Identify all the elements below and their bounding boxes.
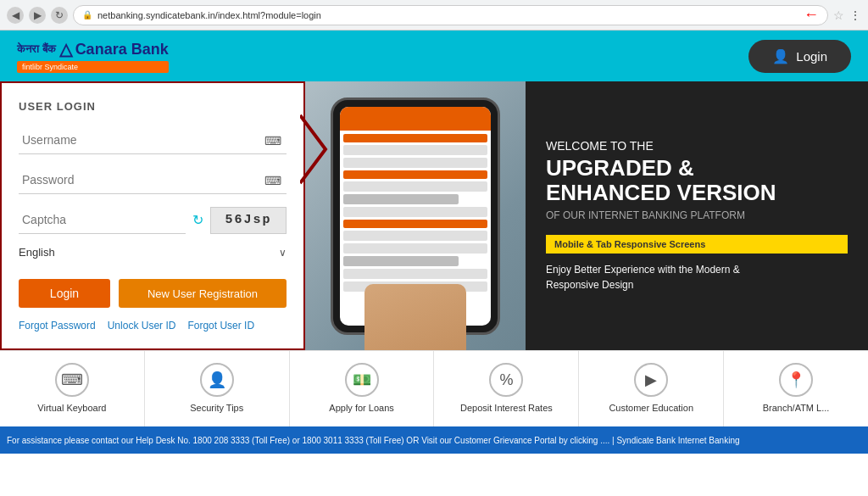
- bottom-item-deposit-rates[interactable]: % Deposit Interest Rates: [434, 351, 579, 426]
- person-icon: 👤: [772, 48, 789, 64]
- syndicate-badge: fintlibr Syndicate: [17, 61, 169, 73]
- main-header: केनरा बैंक △ Canara Bank fintlibr Syndic…: [0, 31, 868, 81]
- back-button[interactable]: ◀: [7, 7, 24, 24]
- login-button[interactable]: Login: [19, 279, 110, 308]
- hero-badge: Mobile & Tab Responsive Screens: [546, 235, 848, 254]
- language-text: English: [19, 246, 55, 259]
- browser-chrome: ◀ ▶ ↻ 🔒 netbanking.syndicatebank.in/inde…: [0, 0, 868, 31]
- username-input[interactable]: [19, 126, 287, 154]
- apply-loans-label: Apply for Loans: [329, 402, 393, 414]
- password-input[interactable]: [19, 166, 287, 194]
- forgot-user-link[interactable]: Forgot User ID: [187, 320, 254, 332]
- bottom-item-apply-loans[interactable]: 💵 Apply for Loans: [290, 351, 435, 426]
- reload-button[interactable]: ↻: [51, 7, 68, 24]
- arrow-indicator-url: ←: [804, 6, 819, 24]
- username-group: ⌨: [19, 126, 287, 154]
- deposit-rates-label: Deposit Interest Rates: [460, 402, 553, 414]
- security-tips-icon: 👤: [200, 363, 234, 397]
- links-row: Forgot Password Unlock User ID Forgot Us…: [19, 320, 287, 332]
- language-dropdown[interactable]: ∨: [279, 247, 287, 259]
- hero-desc: Enjoy Better Experience with the Modern …: [546, 262, 848, 293]
- captcha-row: ↻ 56Jsp: [19, 206, 287, 234]
- url-bar[interactable]: 🔒 netbanking.syndicatebank.in/index.html…: [73, 5, 828, 25]
- captcha-input[interactable]: [19, 206, 186, 234]
- logo-icon: △: [59, 39, 72, 59]
- keyboard-icon-username: ⌨: [264, 134, 281, 148]
- language-row: English ∨: [19, 246, 287, 265]
- deposit-rates-icon: %: [489, 363, 523, 397]
- bottom-item-security-tips[interactable]: 👤 Security Tips: [145, 351, 290, 426]
- captcha-image: 56Jsp: [210, 207, 287, 234]
- customer-education-icon: ▶: [634, 363, 668, 397]
- header-login-button[interactable]: 👤 Login: [748, 40, 851, 73]
- bottom-item-branch-atm[interactable]: 📍 Branch/ATM L...: [724, 351, 868, 426]
- login-panel: USER LOGIN ⌨ ⌨ ↻ 56Jsp English ∨ Login N…: [0, 81, 305, 350]
- captcha-refresh-icon[interactable]: ↻: [192, 212, 203, 228]
- branch-atm-icon: 📍: [779, 363, 813, 397]
- arrow-decoration: [300, 107, 351, 195]
- hero-section: WELCOME TO THE UPGRADED & ENHANCED VERSI…: [305, 81, 868, 350]
- url-text: netbanking.syndicatebank.in/index.html?m…: [97, 10, 321, 20]
- unlock-user-link[interactable]: Unlock User ID: [108, 320, 176, 332]
- status-bar: For assistance please contact our Help D…: [0, 426, 868, 454]
- button-row: Login New User Registration: [19, 279, 287, 308]
- status-bar-text: For assistance please contact our Help D…: [7, 436, 740, 445]
- hero-subtitle: OF OUR INTERNET BANKING PLATFORM: [546, 209, 848, 221]
- forward-button[interactable]: ▶: [29, 7, 46, 24]
- bank-logo: केनरा बैंक △ Canara Bank fintlibr Syndic…: [17, 39, 169, 73]
- hero-text-panel: WELCOME TO THE UPGRADED & ENHANCED VERSI…: [526, 81, 868, 350]
- virtual-keyboard-icon: ⌨: [55, 363, 89, 397]
- branch-atm-label: Branch/ATM L...: [763, 402, 830, 414]
- password-group: ⌨: [19, 166, 287, 194]
- login-panel-title: USER LOGIN: [19, 100, 287, 113]
- hero-welcome: WELCOME TO THE: [546, 139, 848, 153]
- lock-icon: 🔒: [82, 10, 92, 20]
- hindi-logo-text: केनरा बैंक: [17, 42, 56, 56]
- bottom-strip: ⌨ Virtual Keyboard 👤 Security Tips 💵 App…: [0, 350, 868, 426]
- canara-logo-text: Canara Bank: [75, 41, 169, 59]
- security-tips-label: Security Tips: [190, 402, 243, 414]
- bottom-item-customer-education[interactable]: ▶ Customer Education: [579, 351, 724, 426]
- hero-title: UPGRADED & ENHANCED VERSION: [546, 156, 848, 204]
- register-button[interactable]: New User Registration: [119, 279, 287, 308]
- bottom-item-virtual-keyboard[interactable]: ⌨ Virtual Keyboard: [0, 351, 145, 426]
- apply-loans-icon: 💵: [345, 363, 379, 397]
- main-content: USER LOGIN ⌨ ⌨ ↻ 56Jsp English ∨ Login N…: [0, 81, 868, 350]
- keyboard-icon-password: ⌨: [264, 174, 281, 187]
- bookmark-icon[interactable]: ☆: [833, 8, 844, 22]
- menu-icon[interactable]: ⋮: [849, 8, 861, 22]
- virtual-keyboard-label: Virtual Keyboard: [37, 402, 106, 414]
- customer-education-label: Customer Education: [609, 402, 693, 414]
- forgot-password-link[interactable]: Forgot Password: [19, 320, 96, 332]
